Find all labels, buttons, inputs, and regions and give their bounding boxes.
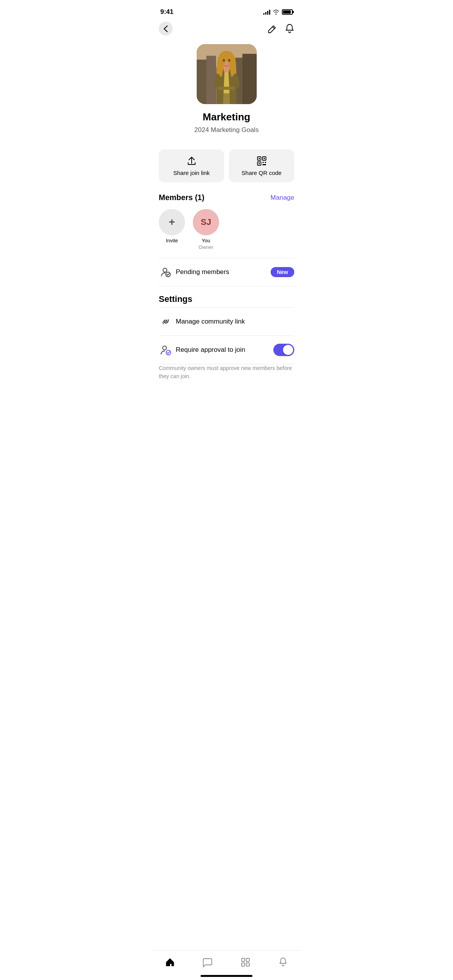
invite-label: Invite <box>166 238 178 243</box>
svg-rect-5 <box>242 54 257 104</box>
action-buttons: Share join link Share QR code <box>151 149 302 182</box>
members-list: + Invite SJ You Owner <box>159 209 294 250</box>
user-avatar: SJ <box>193 209 219 235</box>
toggle-thumb <box>283 345 293 355</box>
svg-rect-21 <box>263 162 264 163</box>
require-approval-item[interactable]: Require approval to join <box>151 336 302 364</box>
back-button[interactable] <box>159 22 173 36</box>
pending-icon <box>159 265 173 279</box>
svg-rect-25 <box>265 164 266 165</box>
wifi-icon <box>273 9 280 15</box>
pending-members-item[interactable]: Pending members New <box>151 258 302 286</box>
members-header: Members (1) Manage <box>159 193 294 202</box>
invite-avatar: + <box>159 209 185 235</box>
approval-label: Require approval to join <box>176 346 273 354</box>
status-bar: 9:41 <box>151 0 302 19</box>
share-link-icon <box>186 156 197 166</box>
battery-icon <box>282 9 293 15</box>
user-role: Owner <box>199 244 213 250</box>
group-name: Marketing <box>203 111 251 123</box>
svg-rect-16 <box>259 158 260 159</box>
settings-title: Settings <box>151 286 302 307</box>
bell-nav-icon <box>285 24 294 34</box>
status-time: 9:41 <box>160 8 173 16</box>
svg-rect-20 <box>259 163 260 164</box>
edit-icon <box>268 24 277 33</box>
toggle-track <box>273 344 294 356</box>
manage-link[interactable]: Manage <box>271 194 294 202</box>
svg-point-26 <box>163 268 167 272</box>
members-section: Members (1) Manage + Invite SJ You Owner <box>151 193 302 250</box>
nav-actions <box>268 24 294 34</box>
svg-rect-22 <box>265 162 266 163</box>
group-description: 2024 Marketing Goals <box>194 126 259 134</box>
invite-member-item[interactable]: + Invite <box>159 209 185 250</box>
new-badge: New <box>271 267 294 277</box>
share-link-button[interactable]: Share join link <box>159 149 224 182</box>
back-icon <box>164 26 168 32</box>
chain-link-icon <box>160 316 171 327</box>
profile-section: Marketing 2024 Marketing Goals <box>151 40 302 149</box>
group-image <box>197 44 257 104</box>
svg-rect-18 <box>264 158 265 159</box>
profile-photo <box>197 44 257 104</box>
user-member-item[interactable]: SJ You Owner <box>193 209 219 250</box>
pending-label: Pending members <box>176 268 271 276</box>
notification-button[interactable] <box>285 24 294 34</box>
share-qr-label: Share QR code <box>242 170 281 176</box>
manage-community-link-item[interactable]: Manage community link <box>151 308 302 336</box>
person-approval-icon <box>160 344 172 356</box>
manage-link-label: Manage community link <box>176 318 294 326</box>
approval-description: Community owners must approve new member… <box>151 364 302 388</box>
status-icons <box>263 9 293 15</box>
svg-point-28 <box>163 346 166 350</box>
members-title: Members (1) <box>159 193 204 202</box>
link-icon <box>159 315 173 329</box>
svg-rect-23 <box>264 164 265 165</box>
edit-button[interactable] <box>268 24 277 33</box>
qr-icon <box>256 156 267 166</box>
svg-rect-10 <box>218 87 235 90</box>
nav-bar <box>151 19 302 40</box>
main-content: Marketing 2024 Marketing Goals Share joi… <box>151 40 302 427</box>
share-link-label: Share join link <box>173 170 209 176</box>
approval-toggle[interactable] <box>273 344 294 356</box>
person-check-icon <box>160 267 171 278</box>
svg-point-14 <box>228 59 230 62</box>
signal-icon <box>263 9 270 15</box>
share-qr-button[interactable]: Share QR code <box>229 149 294 182</box>
svg-rect-24 <box>263 164 264 165</box>
svg-point-13 <box>223 59 225 62</box>
approval-icon <box>159 343 173 357</box>
user-name: You <box>202 238 210 243</box>
